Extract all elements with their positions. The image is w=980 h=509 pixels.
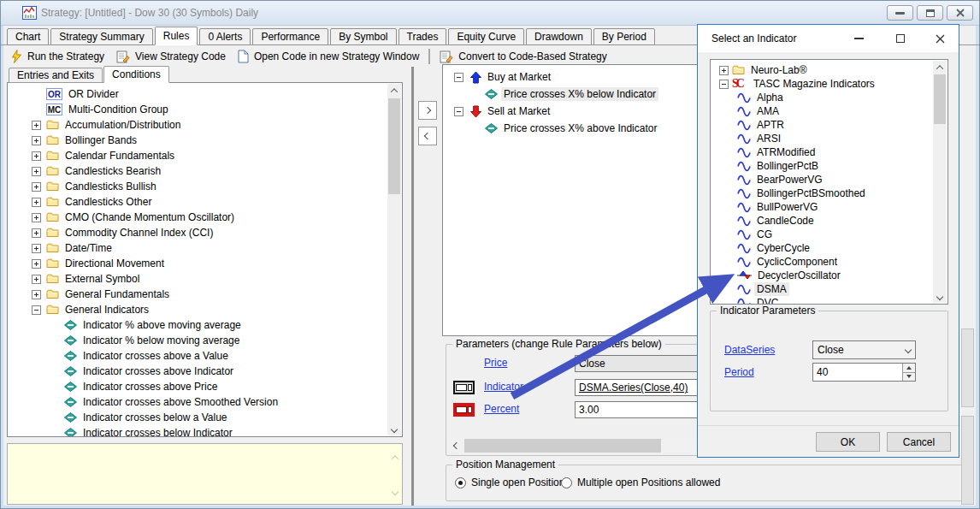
spin-up-button[interactable] xyxy=(903,364,915,373)
tree-item-decycleroscillator[interactable]: DecyclerOscillator xyxy=(715,269,931,282)
minimize-button[interactable] xyxy=(887,5,913,21)
dataseries-combo[interactable]: Close xyxy=(812,340,916,359)
tree-item-indicator-crosses-below-a-value[interactable]: Indicator crosses below a Value xyxy=(15,410,384,425)
tree-item-bollinger-bands[interactable]: Bollinger Bands xyxy=(15,133,384,148)
tree-item-atrmodified[interactable]: ATRModified xyxy=(715,145,931,159)
expand-icon[interactable] xyxy=(32,213,41,222)
tree-item-cybercycle[interactable]: CyberCycle xyxy=(715,241,931,255)
condition-description-box[interactable] xyxy=(7,443,403,505)
tab-by-symbol[interactable]: By Symbol xyxy=(330,28,396,45)
scrollbar-thumb[interactable] xyxy=(388,98,400,194)
expand-icon[interactable] xyxy=(32,228,41,238)
tab-rules[interactable]: Rules xyxy=(155,27,198,45)
tree-item-candlesticks-bearish[interactable]: Candlesticks Bearish xyxy=(15,163,384,179)
period-link[interactable]: Period xyxy=(724,366,754,378)
percent-param-value[interactable]: 3.00 xyxy=(575,401,708,418)
tree-item-cycliccomponent[interactable]: CyclicComponent xyxy=(715,255,931,269)
single-position-radio[interactable]: Single open Position xyxy=(455,476,564,488)
tree-item-candlesticks-other[interactable]: Candlesticks Other xyxy=(15,194,384,210)
tree-item-indicator-above-moving-average[interactable]: Indicator % above moving average xyxy=(15,317,384,333)
scrollbar-thumb[interactable] xyxy=(464,439,661,453)
tab-performance[interactable]: Performance xyxy=(252,28,328,45)
tab-conditions[interactable]: Conditions xyxy=(103,66,169,83)
tree-item-indicator-crosses-below-indicator[interactable]: Indicator crosses below Indicator xyxy=(15,425,384,437)
tree-item-ama[interactable]: AMA xyxy=(715,104,931,118)
add-condition-button[interactable] xyxy=(418,101,437,120)
tree-item-arsi[interactable]: ARSI xyxy=(715,132,931,145)
tree-item-bollingerpctbsmoothed[interactable]: BollingerPctBSmoothed xyxy=(715,186,931,200)
remove-condition-button[interactable] xyxy=(418,127,437,145)
tree-item-candlecode[interactable]: CandleCode xyxy=(715,214,931,228)
expand-icon[interactable] xyxy=(32,275,41,284)
scroll-down-button[interactable] xyxy=(387,423,401,435)
tree-item-cmo-chande-momentum-oscillator-[interactable]: CMO (Chande Momentum Oscillator) xyxy=(15,210,384,225)
tree-item-accumulation-distribution[interactable]: Accumulation/Distribution xyxy=(15,117,384,133)
expand-icon[interactable] xyxy=(32,259,41,269)
tree-item-indicator-crosses-above-a-value[interactable]: Indicator crosses above a Value xyxy=(15,348,384,364)
open-code-new-window-button[interactable]: Open Code in new Strategy Window xyxy=(232,47,425,66)
restore-button[interactable] xyxy=(917,5,943,21)
tree-item-multi-condition-group[interactable]: MCMulti-Condition Group xyxy=(15,102,384,117)
period-spinner[interactable]: 40 xyxy=(812,363,916,382)
scroll-left-button[interactable] xyxy=(450,439,463,452)
parameters-hscrollbar[interactable] xyxy=(450,439,706,453)
expand-icon[interactable] xyxy=(32,198,41,207)
tree-item-indicator-crosses-above-price[interactable]: Indicator crosses above Price xyxy=(15,379,384,394)
panel-splitter[interactable] xyxy=(411,67,414,506)
tree-item-date-time[interactable]: Date/Time xyxy=(15,240,384,256)
tree-item-candlesticks-bullish[interactable]: Candlesticks Bullish xyxy=(15,179,384,194)
tab-entries-and-exits[interactable]: Entries and Exits xyxy=(9,68,103,83)
tab-equity-curve[interactable]: Equity Curve xyxy=(448,28,524,45)
tree-item-general-indicators[interactable]: General Indicators xyxy=(15,302,384,317)
indicator-param-value[interactable]: DSMA.Series(Close,40) xyxy=(575,379,708,396)
expand-icon[interactable] xyxy=(32,151,41,161)
tree-item-or-divider[interactable]: OROR Divider xyxy=(15,86,384,102)
tab-drawdown[interactable]: Drawdown xyxy=(526,28,592,45)
tab-trades[interactable]: Trades xyxy=(398,28,447,45)
tree-item-directional-movement[interactable]: Directional Movement xyxy=(15,256,384,271)
close-button[interactable] xyxy=(947,5,973,21)
dialog-maximize-button[interactable] xyxy=(888,30,913,47)
collapse-icon[interactable] xyxy=(32,305,41,315)
expand-icon[interactable] xyxy=(32,182,41,192)
tree-item-commodity-channel-index-cci-[interactable]: Commodity Channel Index (CCI) xyxy=(15,225,384,240)
tree-item-aptr[interactable]: APTR xyxy=(715,118,931,132)
expand-icon[interactable] xyxy=(32,121,41,130)
price-param-value[interactable]: Close xyxy=(575,355,708,372)
collapse-icon[interactable] xyxy=(454,73,463,82)
tree-item-dsma[interactable]: DSMA xyxy=(715,282,931,296)
dialog-minimize-button[interactable] xyxy=(846,30,871,47)
tab-by-period[interactable]: By Period xyxy=(593,28,655,45)
view-strategy-code-button[interactable]: View Strategy Code xyxy=(110,47,232,66)
tree-item-bearpowervg[interactable]: BearPowerVG xyxy=(715,173,931,186)
tree-item-bollingerpctb[interactable]: BollingerPctB xyxy=(715,159,931,173)
tree-item-bullpowervg[interactable]: BullPowerVG xyxy=(715,200,931,214)
cancel-button[interactable]: Cancel xyxy=(887,432,951,452)
tree-item-indicator-below-moving-average[interactable]: Indicator % below moving average xyxy=(15,333,384,348)
indicator-param-link[interactable]: Indicator xyxy=(484,381,523,393)
tree-item-indicator-crosses-above-indicator[interactable]: Indicator crosses above Indicator xyxy=(15,364,384,379)
expand-icon[interactable] xyxy=(32,136,41,145)
tree-item-alpha[interactable]: Alpha xyxy=(715,91,931,104)
tree-item-external-symbol[interactable]: External Symbol xyxy=(15,271,384,287)
tab-strategy-summary[interactable]: Strategy Summary xyxy=(50,28,152,45)
scrollbar-thumb[interactable] xyxy=(934,74,946,124)
tree-item-dvc[interactable]: DVC xyxy=(715,296,931,305)
expand-icon[interactable] xyxy=(32,290,41,299)
collapse-icon[interactable] xyxy=(719,80,729,89)
tree-item-tasc-magazine-indicators[interactable]: SCTASC Magazine Indicators xyxy=(715,77,931,91)
expand-icon[interactable] xyxy=(32,167,41,176)
multiple-positions-radio[interactable]: Multiple open Positions allowed xyxy=(561,476,720,488)
tab-chart[interactable]: Chart xyxy=(7,28,49,45)
scroll-up-button[interactable] xyxy=(387,84,401,97)
expand-icon[interactable] xyxy=(719,66,729,75)
spinner-buttons[interactable] xyxy=(902,364,915,381)
expand-icon[interactable] xyxy=(32,244,41,253)
spin-down-button[interactable] xyxy=(903,373,915,382)
tree-item-neuro-lab-[interactable]: Neuro-Lab® xyxy=(715,63,931,77)
convert-to-code-button[interactable]: Convert to Code-Based Strategy xyxy=(434,47,612,66)
price-param-link[interactable]: Price xyxy=(484,357,507,369)
tree-item-calendar-fundamentals[interactable]: Calendar Fundamentals xyxy=(15,148,384,163)
scroll-up-button[interactable] xyxy=(933,61,947,74)
conditions-tree-scrollbar[interactable] xyxy=(387,84,401,435)
